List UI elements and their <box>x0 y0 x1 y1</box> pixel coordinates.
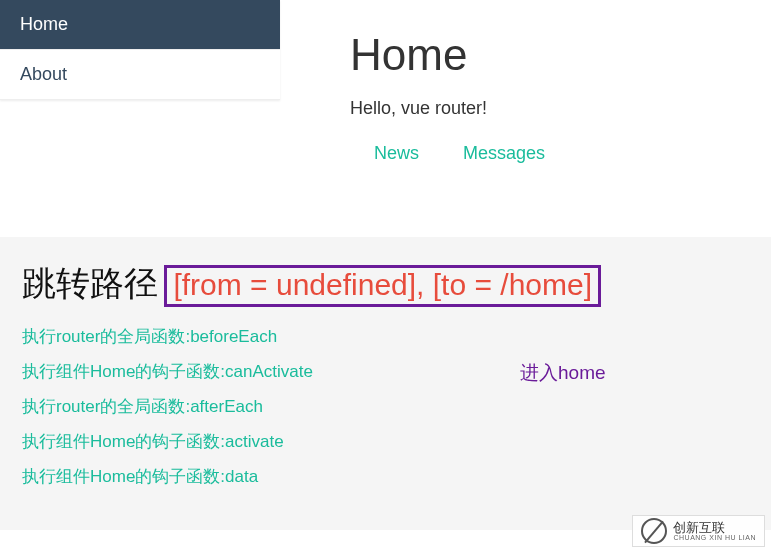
log-line: 执行组件Home的钩子函数:activate <box>22 430 749 453</box>
hook-log-list: 执行router的全局函数:beforeEach 执行组件Home的钩子函数:c… <box>22 325 749 488</box>
log-line: 执行router的全局函数:beforeEach <box>22 325 749 348</box>
top-region: Home About Home Hello, vue router! News … <box>0 0 771 177</box>
sub-tabs: News Messages <box>350 143 741 177</box>
greeting-text: Hello, vue router! <box>350 98 741 119</box>
log-line: 执行router的全局函数:afterEach <box>22 395 749 418</box>
watermark: 创新互联 CHUANG XIN HU LIAN <box>632 515 765 547</box>
watermark-logo-icon <box>641 518 667 544</box>
nav-item-about[interactable]: About <box>0 50 280 100</box>
log-line: 执行组件Home的钩子函数:canActivate <box>22 360 749 383</box>
watermark-brand: 创新互联 <box>673 521 756 535</box>
route-path-box: [from = undefined], [to = /home] <box>164 265 601 307</box>
nav-item-home[interactable]: Home <box>0 0 280 50</box>
route-headline: 跳转路径 <box>22 264 158 302</box>
tab-messages[interactable]: Messages <box>463 143 545 176</box>
log-line: 执行组件Home的钩子函数:data <box>22 465 749 488</box>
content-card: Home Hello, vue router! News Messages <box>320 0 771 177</box>
watermark-text: 创新互联 CHUANG XIN HU LIAN <box>673 521 756 542</box>
log-panel: 跳转路径 [from = undefined], [to = /home] 进入… <box>0 237 771 530</box>
sidebar: Home About <box>0 0 280 100</box>
enter-home-label: 进入home <box>520 360 606 386</box>
page-title: Home <box>350 30 741 80</box>
watermark-sub: CHUANG XIN HU LIAN <box>673 534 756 541</box>
tab-news[interactable]: News <box>374 143 419 176</box>
